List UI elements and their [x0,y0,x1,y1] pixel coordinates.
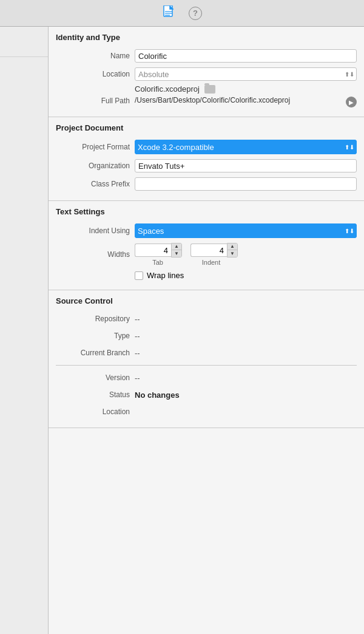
source-control-header: Source Control [49,290,364,310]
tab-width-input[interactable] [135,244,171,257]
repository-label: Repository [56,315,135,323]
project-format-select[interactable]: Xcode 3.2-compatible [135,140,357,154]
path-navigate-button[interactable]: ▶ [346,97,357,107]
tab-sublabel: Tab [135,259,181,266]
indent-using-row: Indent Using Spaces Tabs ⬆⬇ [49,221,364,240]
text-settings-header: Text Settings [49,201,364,221]
sc-location-row: Location [49,403,364,420]
class-prefix-value-container [135,177,357,191]
class-prefix-input[interactable] [135,177,357,191]
indent-using-value-container: Spaces Tabs ⬆⬇ [135,223,357,238]
organization-value-container [135,159,357,172]
main-panel: Identity and Type Name Location Absolute… [49,27,364,634]
type-row: Type -- [49,327,364,344]
wrap-lines-checkbox[interactable] [135,271,143,280]
organization-label: Organization [56,162,135,170]
top-toolbar: ? [0,0,364,27]
location-label: Location [56,70,135,78]
wrap-lines-row: Wrap lines [49,268,364,282]
version-row: Version -- [49,369,364,386]
indent-using-label: Indent Using [56,227,135,235]
name-row: Name [49,47,364,65]
sidebar-stub-item [0,27,48,57]
widths-row: Widths ▲ ▼ ▲ [49,240,364,268]
project-document-header: Project Document [49,117,364,137]
folder-icon[interactable] [204,85,215,94]
tab-stepper: ▲ ▼ [135,243,183,257]
project-format-select-wrapper: Xcode 3.2-compatible ⬆⬇ [135,140,357,154]
location-value-container: Absolute Relative to Group ⬆⬇ [135,67,357,81]
repository-row: Repository -- [49,310,364,327]
source-control-divider [56,365,357,366]
source-control-section: Source Control Repository -- Type -- Cur… [49,290,364,428]
class-prefix-label: Class Prefix [56,180,135,188]
indent-stepper-up[interactable]: ▲ [228,244,237,250]
project-format-value-container: Xcode 3.2-compatible ⬆⬇ [135,140,357,154]
type-label: Type [56,332,135,340]
indent-using-select-wrapper: Spaces Tabs ⬆⬇ [135,223,357,238]
full-path-line1: /Users/Bart/Desktop/ [135,96,202,104]
indent-sublabel: Indent [188,259,234,266]
widths-label: Widths [56,250,135,259]
current-branch-value: -- [135,349,357,358]
text-settings-section: Text Settings Indent Using Spaces Tabs ⬆… [49,201,364,290]
version-value: -- [135,373,357,383]
full-path-line2: Colorific/Colorific.xcodeproj [202,96,290,104]
name-input[interactable] [135,49,357,63]
project-format-row: Project Format Xcode 3.2-compatible ⬆⬇ [49,137,364,157]
full-path-label: Full Path [56,95,135,105]
organization-row: Organization [49,157,364,175]
widths-fields: ▲ ▼ ▲ ▼ [135,243,239,257]
current-branch-label: Current Branch [56,349,135,357]
indent-stepper-down[interactable]: ▼ [228,250,237,257]
project-document-section: Project Document Project Format Xcode 3.… [49,117,364,201]
indent-using-select[interactable]: Spaces Tabs [135,223,357,238]
indent-width-input[interactable] [190,244,227,257]
location-select[interactable]: Absolute Relative to Group [135,67,357,81]
type-value: -- [135,332,357,341]
repository-value: -- [135,315,357,324]
widths-sublabels: Tab Indent [135,259,239,266]
full-path-row: Full Path /Users/Bart/Desktop/Colorific/… [49,94,364,109]
name-label: Name [56,52,135,60]
left-sidebar [0,27,49,634]
filename-row: Colorific.xcodeproj [49,83,364,94]
location-row: Location Absolute Relative to Group ⬆⬇ [49,65,364,83]
tab-stepper-buttons: ▲ ▼ [171,243,182,257]
project-format-label: Project Format [56,143,135,151]
current-branch-row: Current Branch -- [49,344,364,361]
sc-location-label: Location [56,407,135,416]
identity-section-header: Identity and Type [49,27,364,47]
class-prefix-row: Class Prefix [49,175,364,193]
status-label: Status [56,390,135,399]
document-icon[interactable] [162,6,177,21]
tab-stepper-up[interactable]: ▲ [172,244,181,250]
organization-input[interactable] [135,159,357,172]
location-select-wrapper: Absolute Relative to Group ⬆⬇ [135,67,357,81]
indent-stepper-buttons: ▲ ▼ [227,243,238,257]
name-value-container [135,49,357,63]
widths-inputs-container: ▲ ▼ ▲ ▼ Tab [135,243,239,266]
version-label: Version [56,373,135,382]
wrap-lines-label: Wrap lines [147,271,184,280]
help-icon[interactable]: ? [189,7,202,20]
indent-stepper: ▲ ▼ [190,243,239,257]
identity-section: Identity and Type Name Location Absolute… [49,27,364,117]
status-value: No changes [135,390,357,400]
tab-stepper-down[interactable]: ▼ [172,250,181,257]
filename-text: Colorific.xcodeproj [135,84,200,94]
status-row: Status No changes [49,386,364,403]
full-path-text: /Users/Bart/Desktop/Colorific/Colorific.… [135,95,343,106]
